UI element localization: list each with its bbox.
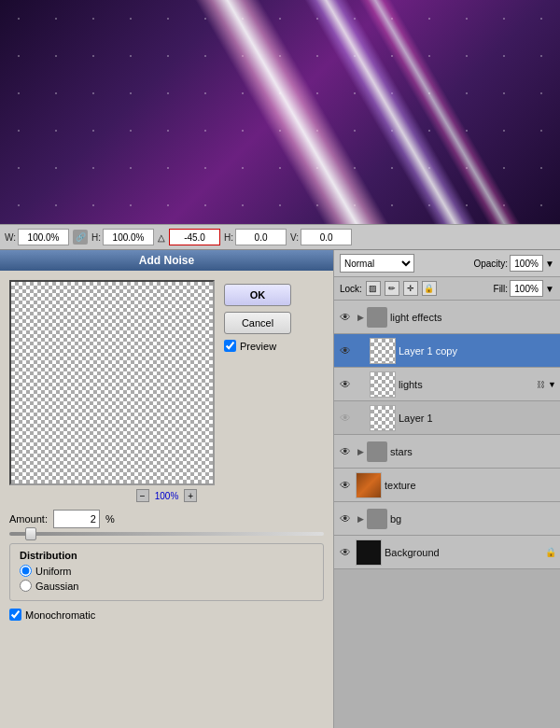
uniform-radio[interactable] [20,565,32,577]
folder-thumb-light-effects [367,307,387,328]
link-icon: 🔗 [73,230,88,245]
dialog-preview-canvas [9,280,215,485]
lock-move-icon[interactable]: ✛ [403,281,418,296]
distribution-group: Distribution Uniform Gaussian [9,543,324,601]
h2-label: H: [224,232,233,243]
layer-item-background[interactable]: 👁 Background 🔒 [334,536,560,569]
toolbar-height: H: [91,229,154,245]
eye-icon-background[interactable]: 👁 [338,545,353,560]
layer-name-bg: bg [390,513,556,525]
expand-arrow-stars[interactable]: ▶ [357,447,364,456]
thumb-layer1copy [370,338,396,364]
chain-icon-lights: ⛓ [537,380,545,389]
fill-arrow[interactable]: ▼ [545,284,554,294]
amount-unit: % [105,513,115,525]
eye-icon-stars[interactable]: 👁 [338,444,353,459]
zoom-in-button[interactable]: + [184,489,197,502]
layer-item-lights[interactable]: 👁 lights ⛓ ▼ [334,368,560,401]
layer-item-stars[interactable]: 👁 ▶ stars [334,435,560,469]
toolbar: W: 🔗 H: △ H: V: [0,224,560,250]
toolbar-angle [169,229,220,245]
h2-input[interactable] [235,229,287,245]
amount-input[interactable] [53,510,100,528]
angle-input[interactable] [169,229,220,245]
dropdown-icon-lights[interactable]: ▼ [548,380,556,389]
dialog-action-buttons: OK Cancel Preview [224,280,291,485]
monochromatic-row: Monochromatic [9,609,324,621]
v-label: V: [290,232,299,243]
thumb-background [356,539,382,566]
lock-paint-icon[interactable]: ✏ [385,281,399,296]
ok-button[interactable]: OK [224,284,291,306]
layer-name-light-effects: light effects [390,312,556,323]
fill-row: Fill: ▼ [494,280,554,297]
preview-checkbox[interactable] [224,340,236,352]
eye-icon-texture[interactable]: 👁 [338,478,353,493]
gaussian-radio-row: Gaussian [20,580,314,592]
amount-row: Amount: % [9,510,324,528]
blend-mode-select[interactable]: Normal [340,254,414,273]
thumb-lights [370,371,396,398]
fill-label: Fill: [494,284,509,294]
eye-icon-layer1copy[interactable]: 👁 [338,343,353,358]
opacity-label: Opacity: [473,259,508,269]
layers-lock-row: Lock: ▨ ✏ ✛ 🔒 Fill: ▼ [334,277,560,301]
dialog-title: Add Noise [0,250,333,271]
opacity-input[interactable] [510,255,543,272]
layer-name-layer1: Layer 1 [399,413,556,424]
zoom-bar: − 100% + [9,489,324,502]
eye-icon-layer1[interactable]: 👁 [338,411,353,426]
layer-item-light-effects[interactable]: 👁 ▶ light effects [334,301,560,334]
uniform-radio-row: Uniform [20,565,314,577]
gaussian-radio[interactable] [20,580,32,592]
layer-name-stars: stars [390,446,556,457]
height-label: H: [91,232,101,243]
v-input[interactable] [301,229,352,245]
folder-thumb-stars [367,441,387,462]
cancel-button[interactable]: Cancel [224,312,291,334]
lock-label: Lock: [340,284,362,294]
lock-transparency-icon[interactable]: ▨ [366,281,381,296]
angle-icon: △ [158,232,165,243]
folder-thumb-bg [367,509,387,529]
distribution-legend: Distribution [20,550,314,561]
uniform-label: Uniform [35,566,72,577]
gaussian-label: Gaussian [35,581,78,592]
eye-icon-lights[interactable]: 👁 [338,377,353,392]
monochromatic-checkbox[interactable] [9,609,21,621]
toolbar-width: W: [5,229,69,245]
opacity-arrow[interactable]: ▼ [545,259,554,269]
layer-item-texture[interactable]: 👁 texture [334,469,560,502]
layer-item-bg[interactable]: 👁 ▶ bg [334,502,560,536]
thumb-layer1 [370,405,396,431]
layer-item-layer1[interactable]: 👁 Layer 1 [334,401,560,435]
layer-name-background: Background [385,547,542,558]
expand-arrow-bg[interactable]: ▶ [357,514,364,524]
dialog-body: OK Cancel Preview − 100% + Amount: % [0,271,333,630]
lock-icon-background: 🔒 [545,547,556,557]
zoom-out-button[interactable]: − [136,489,149,502]
layer-item-layer1copy[interactable]: 👁 Layer 1 copy [334,334,560,368]
eye-icon-bg[interactable]: 👁 [338,511,353,526]
eye-icon-light-effects[interactable]: 👁 [338,310,353,325]
amount-slider-track [9,532,324,536]
zoom-level: 100% [155,491,179,501]
layer-name-texture: texture [385,480,556,491]
add-noise-dialog: Add Noise OK Cancel Preview − 100% + [0,250,334,728]
expand-arrow-light-effects[interactable]: ▶ [357,313,364,322]
preview-label: Preview [240,341,276,352]
layers-panel: Normal Opacity: ▼ Lock: ▨ ✏ ✛ 🔒 Fill: ▼ [334,250,560,728]
fill-input[interactable] [510,280,543,297]
preview-row: Preview [224,340,291,352]
toolbar-v: V: [290,229,352,245]
layer-name-layer1copy: Layer 1 copy [399,345,556,357]
amount-label: Amount: [9,513,48,525]
monochromatic-label: Monochromatic [25,609,95,621]
lock-all-icon[interactable]: 🔒 [422,281,437,296]
height-input[interactable] [103,229,154,245]
width-input[interactable] [18,229,69,245]
opacity-row: Opacity: ▼ [473,255,554,272]
amount-slider-thumb[interactable] [25,527,36,540]
width-label: W: [5,232,16,243]
toolbar-h2: H: [224,229,287,245]
